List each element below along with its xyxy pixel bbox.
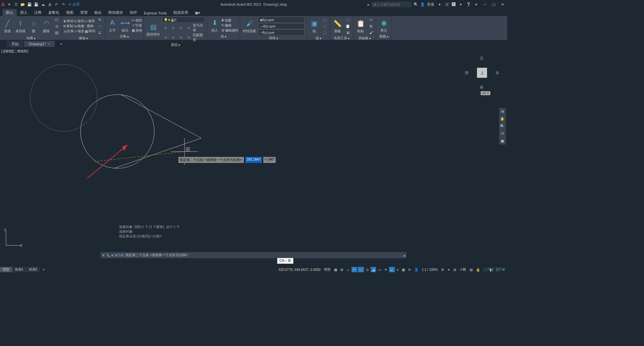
cmdline-dropdown-icon[interactable]: ▾ [111,253,113,257]
gear-icon[interactable]: ⚙ [440,267,445,272]
modify-misc-3[interactable]: ⊆ [96,30,103,36]
layout-tab-1[interactable]: 布局1 [12,267,26,272]
layer-m5[interactable]: ✧ [162,35,169,41]
cube-top-face[interactable]: 上 [477,68,487,78]
panel-utils-title[interactable]: 实用工具 ▾ [331,36,352,41]
group-button[interactable]: ▣组 [308,18,320,34]
tab-default[interactable]: 默认 [3,9,17,16]
nav-orbit-icon[interactable]: ⟳ [499,130,506,137]
help-icon[interactable]: ❔ [466,2,471,7]
array-button[interactable]: ▦ 阵列 [85,29,95,34]
draw-misc-1[interactable]: ⬡ [53,17,60,23]
maximize-button[interactable]: ▢ [490,1,497,7]
brush-icon[interactable]: 🖌 [367,30,375,36]
line-button[interactable]: ╱直线 [1,18,13,34]
cmdline-scroll-icon[interactable]: ▴ [404,253,405,257]
iso-toggle-icon[interactable]: ◢ [371,267,376,272]
lwt-toggle-icon[interactable]: ≡ [395,267,400,272]
qat-plot-icon[interactable]: 🖨 [47,1,53,7]
group-m3[interactable]: ⬚ [321,30,328,36]
qp-toggle-icon[interactable]: ▤ [468,267,474,272]
create-block-button[interactable]: ✚ 创建 [221,18,238,23]
help-dropdown-icon[interactable]: ▾ [473,1,479,7]
tab-view[interactable]: 视图 [63,9,77,16]
cube-south[interactable]: 南 [480,85,483,90]
drawing-area[interactable]: [-][俯视][二维线框] 指定第二个点或 <使用第一个点作为位移>: 292.… [0,48,507,258]
filetab-drawing1[interactable]: Drawing1*× [24,41,55,47]
nav-zoom-icon[interactable]: 🔍 [499,123,506,130]
leader-button[interactable]: ↗ 引线 [132,23,142,28]
nav-fullnav-icon[interactable]: ⊕ [499,108,506,115]
match-layer-button[interactable]: 匹配图层 [193,33,206,42]
lineweight-combo[interactable]: — ByLayer [258,23,305,29]
dynin-angle-input[interactable]: < 340° [263,157,276,163]
cycle-toggle-icon[interactable]: ⟳ [407,267,412,272]
infer-toggle-icon[interactable]: ⊥ [345,267,351,272]
cart-icon[interactable]: 🛒 [445,2,450,7]
qat-open-icon[interactable]: 📂 [20,1,26,7]
cut-icon[interactable]: ✂ [367,17,375,23]
arc-button[interactable]: ◠圆弧 [40,18,52,34]
dropdown-icon[interactable]: ▾ [458,1,464,7]
cube-east[interactable]: 东 [495,70,499,75]
view-cube[interactable]: 北 西 东 南 上 [467,58,497,88]
layer-combo[interactable]: 💡❄🔓 0 [162,17,205,23]
tab-featured[interactable]: 精选应用 [170,9,192,16]
layout-tab-2[interactable]: 布局2 [26,267,40,272]
layer-properties-button[interactable]: ▤图层特性 [145,21,161,38]
layer-m1[interactable]: ✧ [162,25,169,31]
panel-group-title[interactable]: 组 ▾ [308,36,328,41]
panel-modify-title[interactable]: 修改 ▾ [63,36,103,41]
tab-manage[interactable]: 管理 [77,9,91,16]
qat-web-icon[interactable]: ☁ [40,1,46,7]
dyninput-toggle-icon[interactable]: ⊢ [352,267,357,272]
otrack-toggle-icon[interactable]: ∠ [389,267,395,272]
base-view-button[interactable]: ◉基点 [378,17,390,34]
polyline-button[interactable]: ⌇多段线 [14,18,27,34]
draw-misc-2[interactable]: ⊙ [53,23,60,29]
tab-collaborate[interactable]: 协作 [126,9,141,16]
grid-toggle-icon[interactable]: ▦ [333,267,338,272]
panel-clipboard-title[interactable]: 剪贴板 ▾ [355,36,375,41]
annoscale-toggle-icon[interactable]: 👤 [413,267,420,272]
layer-m4[interactable]: ✧ [185,25,192,31]
close-button[interactable]: ✕ [499,1,506,7]
minimize-button[interactable]: ─ [482,1,488,7]
copy-button[interactable]: ⧉ 复制 [63,24,73,28]
tab-addins[interactable]: 附加模块 [105,9,126,16]
units-display[interactable]: 小数 [458,267,468,272]
rotate-button[interactable]: ↻ 旋转 [74,19,84,23]
layer-m6[interactable]: ✧ [170,35,177,41]
scale-button[interactable]: ⤢ 缩放 [74,29,84,34]
panel-layer-title[interactable]: 图层 ▾ [145,42,206,48]
linear-button[interactable]: ⊢ 线性 [132,18,142,23]
fillet-button[interactable]: ◜ 圆角 [85,24,95,28]
linetype-combo[interactable]: ─ ByLayer [258,30,305,36]
login-button[interactable]: 登录 [427,2,434,7]
filetab-add[interactable]: + [55,41,67,47]
group-m1[interactable]: ⬚ [321,17,328,23]
qat-saveas-icon[interactable]: 💾 [33,1,39,7]
layer-m8[interactable]: ✧ [185,35,192,41]
polar-toggle-icon[interactable]: ⊙ [365,267,370,272]
app-icon[interactable]: 🅰 [452,2,455,6]
layer-m7[interactable]: ✧ [177,35,184,41]
qat-new-icon[interactable]: 🗋 [13,1,19,7]
modify-misc-1[interactable]: ✎ [96,17,103,23]
layout-tab-model[interactable]: 模型 [0,267,12,272]
cube-west[interactable]: 西 [465,70,469,75]
search-caret-icon[interactable]: ▸ [368,3,369,6]
color-combo[interactable]: ■ ByLayer [258,17,305,23]
tab-collapse-icon[interactable]: ▣▾ [192,10,204,16]
panel-view-title[interactable]: 视图 ▾ [378,34,390,39]
util-m1[interactable]: ⬚ [344,17,352,23]
share-button[interactable]: ✈共享 [68,2,80,7]
table-button[interactable]: ▦ 表格 [132,28,142,33]
osnap-toggle-icon[interactable]: ▭ [377,267,382,272]
qat-undo-icon[interactable]: ↶ [53,1,59,7]
draw-misc-3[interactable]: ▧ [53,30,60,36]
set-current-button[interactable]: 置为当前 [193,23,206,33]
layer-m2[interactable]: ✧ [170,25,177,31]
circle-button[interactable]: ○圆 [28,18,40,34]
coords-display[interactable]: 920.0778, 599.6437, 0.0000 [277,267,322,272]
